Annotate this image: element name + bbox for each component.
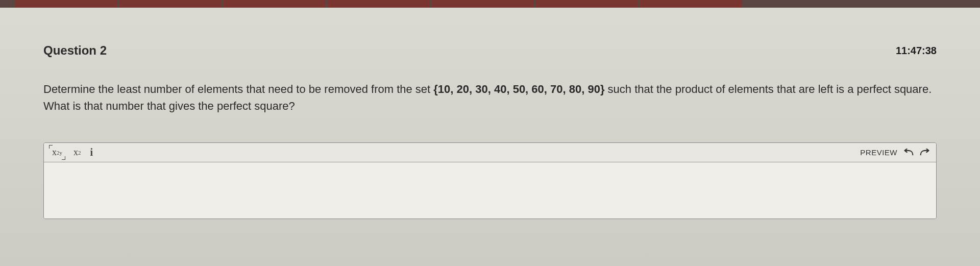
subscript-superscript-icon[interactable]: x2y — [50, 146, 64, 159]
question-math-set: {10, 20, 30, 40, 50, 60, 70, 80, 90} — [433, 83, 604, 95]
info-icon[interactable]: i — [90, 147, 93, 158]
question-title: Question 2 — [43, 43, 107, 58]
question-header: Question 2 11:47:38 — [43, 43, 937, 58]
nav-tab[interactable] — [328, 0, 430, 8]
timer-display: 11:47:38 — [896, 45, 937, 57]
preview-button[interactable]: PREVIEW — [860, 148, 897, 157]
nav-tab[interactable] — [640, 0, 742, 8]
toolbar-right-group: PREVIEW — [860, 148, 930, 157]
answer-box: x2y x2 i PREVIEW — [43, 142, 937, 219]
nav-tab[interactable] — [119, 0, 222, 8]
superscript-icon[interactable]: x2 — [74, 147, 81, 158]
question-text: Determine the least number of elements t… — [43, 81, 937, 114]
answer-toolbar: x2y x2 i PREVIEW — [44, 143, 936, 162]
nav-tab[interactable] — [432, 0, 534, 8]
question-content-area: Question 2 11:47:38 Determine the least … — [0, 8, 980, 266]
answer-input-area[interactable] — [44, 162, 936, 219]
nav-tab[interactable] — [536, 0, 638, 8]
undo-icon[interactable] — [903, 149, 914, 157]
toolbar-left-group: x2y x2 i — [50, 146, 93, 159]
redo-icon[interactable] — [920, 149, 930, 157]
question-text-prefix: Determine the least number of elements t… — [43, 83, 433, 95]
nav-tab[interactable] — [224, 0, 326, 8]
top-nav-bar — [0, 0, 980, 8]
nav-tab[interactable] — [15, 0, 117, 8]
